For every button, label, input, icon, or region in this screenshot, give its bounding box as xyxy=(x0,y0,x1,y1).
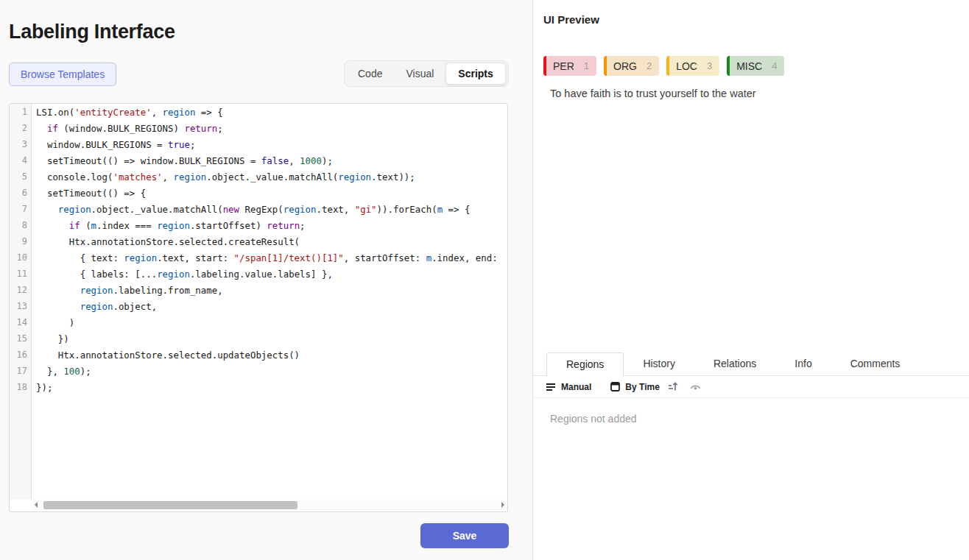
line-number: 14 xyxy=(10,317,31,333)
entity-label-per[interactable]: PER1 xyxy=(543,56,596,76)
tab-regions[interactable]: Regions xyxy=(546,352,624,376)
label-text: LOC xyxy=(676,60,697,72)
toggle-visibility-eye-icon[interactable] xyxy=(690,383,701,391)
code-token: { text: xyxy=(36,252,124,263)
entity-label-loc[interactable]: LOC3 xyxy=(666,56,719,76)
code-token: region xyxy=(157,269,190,280)
code-token: ); xyxy=(322,155,333,166)
label-text: ORG xyxy=(613,60,637,72)
code-token: => { xyxy=(195,107,222,118)
page-title: Labeling Interface xyxy=(9,21,175,43)
settings-pane: Labeling Interface Browse Templates Code… xyxy=(0,0,532,560)
code-token: region xyxy=(338,171,371,182)
tab-relations[interactable]: Relations xyxy=(694,352,775,375)
code-line: window.BULK_REGIONS = true; xyxy=(36,139,507,155)
code-token: .index, end: xyxy=(431,252,498,263)
code-line: if (window.BULK_REGIONS) return; xyxy=(36,123,507,139)
preview-pane: UI Preview PER1ORG2LOC3MISC4 To have fai… xyxy=(532,0,969,560)
code-token: }) xyxy=(36,333,69,344)
code-token: .labeling.value.labels] }, xyxy=(190,269,333,280)
code-token: , startOffset: xyxy=(344,252,426,263)
view-tab-visual[interactable]: Visual xyxy=(394,63,445,85)
label-hotkey: 3 xyxy=(707,60,712,71)
line-number: 8 xyxy=(10,220,31,236)
code-token: }); xyxy=(36,382,52,393)
label-hotkey: 4 xyxy=(772,60,777,71)
code-token: return xyxy=(267,220,300,231)
code-token xyxy=(36,204,58,215)
code-line: { labels: [...region.labeling.value.labe… xyxy=(36,269,507,285)
code-token xyxy=(36,220,69,231)
view-tab-scripts[interactable]: Scripts xyxy=(445,63,505,85)
code-token: region xyxy=(124,252,157,263)
code-token: .text)); xyxy=(371,171,415,182)
entity-label-misc[interactable]: MISC4 xyxy=(727,56,784,76)
code-token: setTimeout(() => window.BULK_REGIONS = xyxy=(36,155,261,166)
code-token: ; xyxy=(300,220,305,231)
view-tabs: CodeVisualScripts xyxy=(344,60,509,87)
entity-label-org[interactable]: ORG2 xyxy=(604,56,659,76)
task-sample-text[interactable]: To have faith is to trust yourself to th… xyxy=(550,88,756,99)
code-token: if xyxy=(69,220,80,231)
code-token: ; xyxy=(190,139,195,150)
line-number: 3 xyxy=(10,139,31,155)
code-token: (window.BULK_REGIONS) xyxy=(58,123,185,134)
order-by-time-label: By Time xyxy=(625,382,659,392)
code-line: Htx.annotationStore.selected.updateObjec… xyxy=(36,350,507,366)
code-token: .text, xyxy=(317,204,355,215)
line-number: 5 xyxy=(10,171,31,188)
order-by-time-button[interactable]: By Time xyxy=(610,382,677,392)
line-number: 10 xyxy=(10,252,31,269)
code-token: }, xyxy=(36,366,63,377)
scrollbar-thumb[interactable] xyxy=(43,501,297,509)
code-token: , xyxy=(163,171,174,182)
code-token: .object._value.matchAll( xyxy=(91,204,223,215)
code-token: 'matches' xyxy=(113,171,162,182)
code-token: RegExp( xyxy=(239,204,283,215)
time-window-icon xyxy=(610,382,620,391)
view-tab-code[interactable]: Code xyxy=(346,63,394,85)
code-token: false xyxy=(261,155,289,166)
code-token: , xyxy=(289,155,300,166)
line-number: 11 xyxy=(10,269,31,285)
tab-history[interactable]: History xyxy=(624,352,694,375)
label-hotkey: 1 xyxy=(584,60,589,71)
tab-comments[interactable]: Comments xyxy=(831,352,920,375)
code-token: ) xyxy=(36,317,74,328)
scroll-right-arrow-icon[interactable] xyxy=(501,502,504,508)
code-line: }) xyxy=(36,333,507,350)
code-line: region.object, xyxy=(36,301,507,317)
code-token: ); xyxy=(80,366,91,377)
save-button[interactable]: Save xyxy=(420,523,509,548)
code-line: region.labeling.from_name, xyxy=(36,285,507,301)
label-text: PER xyxy=(553,60,574,72)
code-token: region xyxy=(283,204,317,215)
group-list-icon xyxy=(546,383,556,391)
sort-ascending-icon[interactable] xyxy=(668,382,678,391)
code-line: LSI.on('entityCreate', region => { xyxy=(36,107,507,123)
labels-row: PER1ORG2LOC3MISC4 xyxy=(543,56,784,76)
line-number: 15 xyxy=(10,333,31,350)
editor-horizontal-scrollbar[interactable] xyxy=(32,500,507,511)
script-code-editor[interactable]: 123456789101112131415161718 LSI.on('enti… xyxy=(9,103,508,512)
line-number: 6 xyxy=(10,188,31,204)
code-token: .object, xyxy=(113,301,157,312)
line-number: 2 xyxy=(10,123,31,139)
browse-templates-button[interactable]: Browse Templates xyxy=(9,63,116,86)
editor-code: LSI.on('entityCreate', region => { if (w… xyxy=(32,104,507,500)
line-number: 16 xyxy=(10,350,31,366)
code-token: .object._value.matchAll( xyxy=(206,171,338,182)
code-token: 'entityCreate' xyxy=(74,107,151,118)
code-token: if xyxy=(47,123,58,134)
group-manual-label: Manual xyxy=(561,382,591,392)
line-number: 13 xyxy=(10,301,31,317)
code-line: }); xyxy=(36,382,507,398)
code-token: , xyxy=(152,107,163,118)
code-token: .text, start: xyxy=(157,252,233,263)
scroll-left-arrow-icon[interactable] xyxy=(35,502,38,508)
group-manual-button[interactable]: Manual xyxy=(546,382,591,392)
line-number: 12 xyxy=(10,285,31,301)
code-token: return xyxy=(184,123,217,134)
code-line: setTimeout(() => window.BULK_REGIONS = f… xyxy=(36,155,507,171)
tab-info[interactable]: Info xyxy=(775,352,831,375)
